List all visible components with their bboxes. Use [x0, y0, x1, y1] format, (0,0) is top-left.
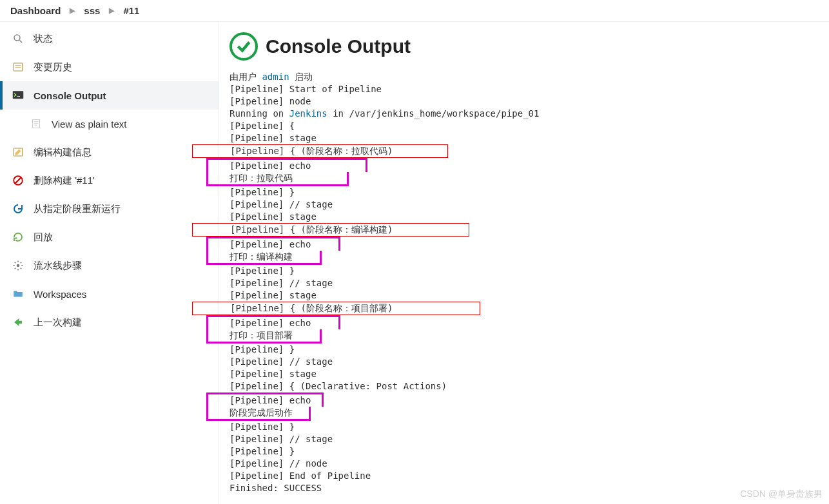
console-line: [Pipeline] }: [229, 186, 829, 199]
delete-icon: [12, 174, 24, 187]
svg-line-1: [19, 40, 22, 43]
highlight-echo-2: [Pipeline] echo: [229, 237, 829, 251]
console-line: [Pipeline] // stage: [229, 277, 829, 289]
history-icon: [12, 61, 24, 73]
svg-rect-2: [14, 63, 23, 71]
svg-rect-5: [13, 91, 24, 99]
console-line: [Pipeline] stage: [229, 211, 829, 223]
sidebar-item-label: 状态: [34, 33, 53, 45]
highlight-stage-1: [Pipeline] { (阶段名称：拉取代码): [229, 144, 829, 158]
sidebar-item-previous-build[interactable]: 上一次构建: [0, 308, 219, 336]
success-icon: [229, 32, 258, 61]
console-line: [Pipeline] { (Declarative: Post Actions): [229, 380, 829, 393]
highlight-print-4: 阶段完成后动作: [229, 407, 829, 421]
svg-rect-7: [33, 119, 40, 128]
console-line: [Pipeline] node: [229, 95, 829, 108]
console-line: [Pipeline] // node: [229, 458, 829, 470]
sidebar-item-label: 上一次构建: [34, 316, 82, 329]
console-line: [Pipeline] // stage: [229, 199, 829, 211]
node-link[interactable]: Jenkins: [289, 108, 327, 119]
sidebar-item-label: 从指定阶段重新运行: [34, 203, 121, 215]
folder-icon: [12, 287, 24, 300]
sidebar-item-label: View as plain text: [52, 119, 126, 130]
sidebar: 状态 变更历史 Console Output View as plain tex…: [0, 22, 219, 504]
breadcrumb: Dashboard ▶ sss ▶ #11: [0, 0, 829, 22]
page-title-row: Console Output: [229, 32, 829, 61]
crumb-build[interactable]: #11: [123, 5, 139, 16]
arrow-left-icon: [12, 316, 24, 329]
highlight-echo-4: [Pipeline] echo: [229, 393, 829, 407]
chevron-right-icon: ▶: [70, 6, 75, 15]
sidebar-item-label: 删除构建 '#11': [34, 175, 95, 187]
console-line: [Pipeline] // stage: [229, 433, 829, 445]
sidebar-item-plain-text[interactable]: View as plain text: [0, 110, 219, 138]
highlight-stage-3: [Pipeline] { (阶段名称：项目部署): [229, 302, 829, 315]
sidebar-item-changes[interactable]: 变更历史: [0, 53, 219, 81]
terminal-icon: [12, 89, 24, 102]
crumb-dashboard[interactable]: Dashboard: [10, 5, 61, 16]
console-line: Finished: SUCCESS: [229, 482, 829, 494]
edit-icon: [12, 146, 24, 159]
sidebar-item-console-output[interactable]: Console Output: [0, 81, 219, 110]
crumb-job[interactable]: sss: [84, 5, 100, 16]
console-line: 由用户 admin 启动: [229, 71, 829, 83]
highlight-stage-2: [Pipeline] { (阶段名称：编译构建): [229, 223, 829, 237]
sidebar-item-label: 流水线步骤: [34, 260, 82, 272]
console-line: [Pipeline] }: [229, 265, 829, 277]
svg-line-13: [15, 178, 21, 184]
sidebar-item-restart-stage[interactable]: 从指定阶段重新运行: [0, 195, 219, 223]
console-line: [Pipeline] }: [229, 445, 829, 458]
watermark: CSDN @单身贵族男: [740, 489, 823, 500]
sidebar-item-workspaces[interactable]: Workspaces: [0, 280, 219, 308]
gear-icon: [12, 259, 24, 272]
console-line: [Pipeline] stage: [229, 132, 829, 144]
highlight-echo-1: [Pipeline] echo: [229, 158, 829, 172]
replay-icon: [12, 231, 24, 244]
console-line: [Pipeline] // stage: [229, 356, 829, 368]
page-title: Console Output: [266, 35, 411, 57]
sidebar-item-replay[interactable]: 回放: [0, 223, 219, 251]
console-output: 由用户 admin 启动 [Pipeline] Start of Pipelin…: [229, 71, 829, 494]
sidebar-item-pipeline-steps[interactable]: 流水线步骤: [0, 251, 219, 280]
console-line: [Pipeline] stage: [229, 289, 829, 302]
sidebar-item-label: Workspaces: [34, 289, 86, 300]
sidebar-item-label: Console Output: [34, 90, 106, 101]
sidebar-item-edit-build[interactable]: 编辑构建信息: [0, 138, 219, 166]
console-line: [Pipeline] {: [229, 120, 829, 132]
highlight-echo-3: [Pipeline] echo: [229, 315, 829, 329]
search-icon: [12, 32, 24, 45]
highlight-print-1: 打印：拉取代码: [229, 172, 829, 186]
console-line: [Pipeline] Start of Pipeline: [229, 83, 829, 95]
sidebar-item-label: 变更历史: [34, 61, 72, 73]
svg-point-14: [17, 264, 20, 267]
sidebar-item-label: 回放: [34, 231, 53, 244]
main-content: Console Output 由用户 admin 启动 [Pipeline] S…: [219, 22, 829, 504]
console-line: Running on Jenkins in /var/jenkins_home/…: [229, 108, 829, 120]
console-line: [Pipeline] }: [229, 421, 829, 433]
user-link[interactable]: admin: [262, 72, 289, 82]
highlight-print-2: 打印：编译构建: [229, 251, 829, 265]
sidebar-item-delete-build[interactable]: 删除构建 '#11': [0, 166, 219, 195]
console-line: [Pipeline] stage: [229, 368, 829, 380]
console-line: [Pipeline] End of Pipeline: [229, 470, 829, 482]
sidebar-item-status[interactable]: 状态: [0, 24, 219, 53]
console-line: [Pipeline] }: [229, 344, 829, 356]
sidebar-item-label: 编辑构建信息: [34, 146, 92, 159]
svg-point-0: [14, 35, 20, 41]
restart-icon: [12, 202, 24, 215]
document-icon: [30, 117, 43, 130]
highlight-print-3: 打印：项目部署: [229, 329, 829, 344]
chevron-right-icon: ▶: [109, 6, 114, 15]
